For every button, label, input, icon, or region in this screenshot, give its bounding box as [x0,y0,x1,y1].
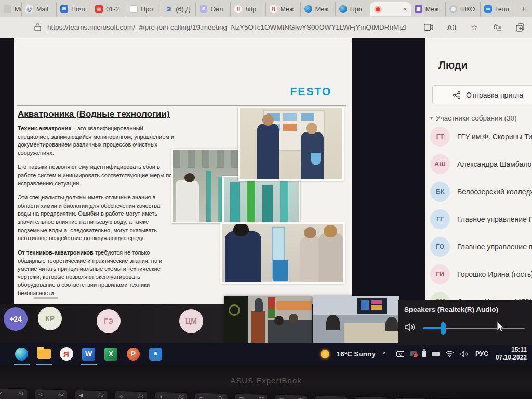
taskbar-tray-area: 16°C Sunny ^ РУС 15:11 07.10.2022 [321,346,527,362]
storage-device-icon[interactable] [432,352,440,356]
photo-shape [184,173,195,182]
recorder-tray-icon[interactable] [410,351,417,356]
photo-shape [257,124,279,181]
participants-section-label: Участники собрания (30) [436,114,516,122]
wifi-icon[interactable] [445,351,454,357]
tab-mezh2[interactable]: Меж [301,2,336,16]
shared-screen-stage: FESTO Акватроника (Водные технологии) Те… [14,38,352,304]
language-indicator[interactable]: РУС [475,350,488,357]
excel-icon[interactable]: X [104,347,118,361]
photo-shape [301,113,314,121]
participant-name: Главное управление по об [457,243,532,251]
tab-mail[interactable]: @Mail [22,2,57,16]
volume-tray-icon[interactable] [460,351,468,357]
weather-sun-icon[interactable] [321,350,329,358]
volume-flyout: Speakers (Realtek(R) Audio) [398,300,532,345]
read-aloud-glyph: A [447,23,452,31]
slide-divider [17,105,346,106]
photo-shape [262,114,274,126]
key-f6-touchpad: ▭F6 [194,392,228,399]
photo-shape [176,180,199,223]
site-icon [4,5,11,13]
tab-geol[interactable]: vkГеол [481,2,515,16]
function-key-row: ×F1 ◁F2 ◀F3 ☼F4 ☀F5 ▭F6 ▤F7 ▣F8 ▥F9 ▦F10… [0,388,468,399]
tab-mezh1[interactable]: ЯМеж [266,2,301,16]
video-thumbnail-conference-room-2[interactable] [313,296,399,343]
festo-logo: FESTO [290,85,331,98]
video-shape [229,304,240,316]
vk-icon: vk [484,5,492,13]
video-thumbnail-conference-room-1[interactable] [224,296,312,343]
tab-onl[interactable]: SОнл [196,2,231,16]
weather-widget[interactable]: 16°C Sunny [337,350,376,358]
photo-shape [318,233,343,284]
key-f5-brightness-up: ☀F5 [154,392,188,399]
folder-logo [37,349,51,359]
participant-row[interactable]: ГОГлавное управление по об [425,233,532,260]
tab-teams-meeting-active[interactable]: × [370,2,411,16]
tab-label: Mail [36,6,48,13]
participant-row[interactable]: ГТГГУ им.Ф. Скорины Тим [425,123,532,150]
mailru-envelope-icon: ✉ [60,5,68,13]
speaker-icon[interactable] [404,322,417,332]
avatar: АШ [430,154,450,174]
share-invite-button[interactable]: Отправка пригла [432,85,532,104]
volume-thumb[interactable] [441,322,446,335]
read-aloud-icon[interactable]: A [447,23,456,32]
edge-icon[interactable] [15,347,29,361]
photos-icon[interactable]: * [149,347,163,361]
tab-moy[interactable]: Мой [0,2,22,16]
url-field[interactable]: https://teams.microsoft.com/_#/pre-join-… [47,23,406,31]
avatar: ЦМ [179,309,203,333]
tab-label: Почт [71,6,86,13]
f7-key-icon: ▤ [238,396,244,399]
tab-pro2[interactable]: Про [336,2,370,16]
word-icon[interactable]: W [82,347,96,361]
slide-bold-lead: Техник-акватроник [18,125,71,131]
volume-slider[interactable] [423,327,525,329]
close-tab-icon[interactable]: × [403,5,407,13]
slide-paragraph: Его навыки позволяют ему идентифицироват… [18,163,175,188]
participants-section-header[interactable]: ▾ Участники собрания (30) [430,114,517,122]
tab-shko[interactable]: ШКО [446,2,481,16]
avatar: ГГ [430,209,450,229]
file-explorer-icon[interactable] [37,347,51,361]
participant-row[interactable]: АШАлександра Шамбалова [425,150,532,178]
overflow-avatar[interactable]: +24 [4,307,28,331]
lock-icon[interactable] [34,23,41,31]
screen-cast-icon[interactable] [396,351,404,357]
tab-http[interactable]: Яhttp [231,2,265,16]
photo-shape [311,153,321,165]
mouse-cursor [496,321,505,334]
new-tab-button[interactable]: + [515,2,532,16]
video-shape [268,297,275,318]
participant-row[interactable]: ГГГлавное управление Грод [425,205,532,233]
tab-images[interactable]: ◪(6) Д [161,2,196,16]
slide-title: Акватроника (Водные технологии) [18,109,170,119]
stage-dark-gap [352,38,425,304]
display-key-icon: ▣ [278,397,284,399]
tab-pro1[interactable]: Про [126,2,161,16]
photo-shape [304,227,316,238]
powerpoint-icon[interactable]: P [126,347,140,361]
share-icon [453,91,461,99]
slide-photo-trainees-wall [238,107,344,181]
tab-pochta[interactable]: ✉Почт [57,2,91,16]
clock[interactable]: 15:11 07.10.2022 [496,346,527,362]
tab-mezh3[interactable]: ▦Меж [411,2,446,16]
yandex-browser-icon[interactable]: Я [59,347,73,361]
wave-icon [304,5,312,13]
favorites-icon[interactable]: ☆ [470,23,479,32]
taskbar-apps: Я W X P * [15,347,163,361]
participant-row[interactable]: БКБелоозерский колледж ( [425,178,532,205]
tab-pdf[interactable]: ▤01-2 [91,2,126,16]
recording-dot-icon [374,6,382,13]
tab-groups-icon[interactable] [515,23,525,32]
usb-device-icon[interactable] [422,351,426,357]
video-call-icon[interactable] [424,23,433,32]
volume-up-key-icon: ◀ [79,392,83,398]
tray-expand-icon[interactable]: ^ [383,350,386,358]
participant-row[interactable]: ГИГорошко Ирина (гость) [425,260,532,288]
collections-icon[interactable] [493,23,502,32]
video-shape [326,315,340,330]
